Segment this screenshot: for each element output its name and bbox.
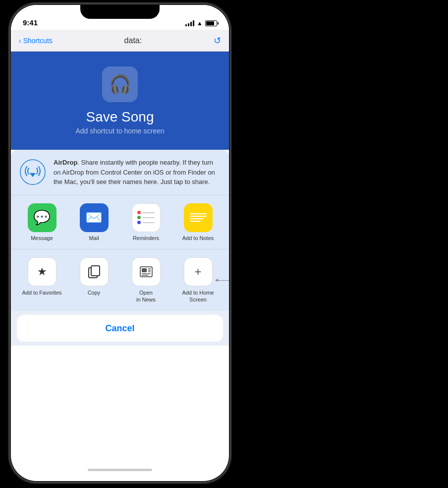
airdrop-title: AirDrop xyxy=(54,159,77,166)
reminders-icon xyxy=(132,203,161,232)
add-to-home-screen-icon: + xyxy=(184,257,213,286)
message-icon: 💬 xyxy=(28,203,56,232)
status-icons: ▲ xyxy=(185,20,217,27)
message-label: Message xyxy=(31,235,53,241)
open-in-news-icon xyxy=(132,257,161,286)
list-item[interactable]: Copy xyxy=(72,257,116,296)
list-item[interactable]: Add to Notes xyxy=(176,203,221,241)
add-to-notes-label: Add to Notes xyxy=(182,235,214,241)
svg-rect-2 xyxy=(91,266,100,276)
app-header: 🎧 Save Song Add shortcut to home screen xyxy=(11,52,229,150)
list-item[interactable]: ★ Add to Favorites xyxy=(20,257,64,296)
shortcut-subtitle: Add shortcut to home screen xyxy=(76,127,165,135)
wifi-icon: ▲ xyxy=(197,20,203,27)
reminders-label: Reminders xyxy=(133,235,159,241)
cancel-button[interactable]: Cancel xyxy=(17,315,223,342)
home-indicator xyxy=(88,469,152,471)
annotation-line xyxy=(216,280,229,281)
list-item[interactable]: Openin News xyxy=(124,257,168,304)
signal-bars-icon xyxy=(185,20,194,26)
airdrop-section[interactable]: AirDrop. Share instantly with people nea… xyxy=(11,150,229,195)
airdrop-description: AirDrop. Share instantly with people nea… xyxy=(54,158,220,187)
copy-icon xyxy=(80,257,109,286)
battery-icon xyxy=(205,20,217,26)
airdrop-icon xyxy=(20,159,46,185)
shortcut-title: Save Song xyxy=(86,109,154,125)
phone-container: 9:41 ▲ ‹ Shortcuts data: ↺ xyxy=(0,0,243,488)
chevron-left-icon: ‹ xyxy=(19,37,21,45)
notes-icon xyxy=(184,203,213,232)
open-in-news-label: Openin News xyxy=(136,289,156,304)
shortcut-icon-wrapper: 🎧 xyxy=(102,66,138,102)
list-item[interactable]: 💬 Message xyxy=(20,203,64,241)
nav-bar: ‹ Shortcuts data: ↺ xyxy=(11,30,229,52)
add-to-favorites-label: Add to Favorites xyxy=(22,289,61,296)
list-item[interactable]: + Add to Home Screen xyxy=(176,257,221,304)
phone-frame: 9:41 ▲ ‹ Shortcuts data: ↺ xyxy=(11,5,229,481)
add-to-home-screen-label: Add to Home Screen xyxy=(176,289,221,304)
notch xyxy=(80,5,160,19)
mail-icon: ✉️ xyxy=(80,203,109,232)
nav-title: data: xyxy=(124,36,142,45)
share-sheet: AirDrop. Share instantly with people nea… xyxy=(11,150,229,346)
back-button[interactable]: ‹ Shortcuts xyxy=(19,37,53,45)
svg-rect-4 xyxy=(142,268,147,272)
refresh-button[interactable]: ↺ xyxy=(214,35,221,46)
copy-label: Copy xyxy=(88,289,101,296)
svg-point-0 xyxy=(20,160,45,184)
list-item[interactable]: ✉️ Mail xyxy=(72,203,116,241)
mail-label: Mail xyxy=(89,235,99,241)
actions-row: ★ Add to Favorites Copy xyxy=(11,249,229,311)
add-to-favorites-icon: ★ xyxy=(28,257,56,286)
list-item[interactable]: Reminders xyxy=(124,203,168,241)
apps-row: 💬 Message ✉️ Mail xyxy=(11,195,229,249)
back-label: Shortcuts xyxy=(23,37,53,45)
status-time: 9:41 xyxy=(23,18,38,27)
headphones-icon: 🎧 xyxy=(109,74,131,95)
